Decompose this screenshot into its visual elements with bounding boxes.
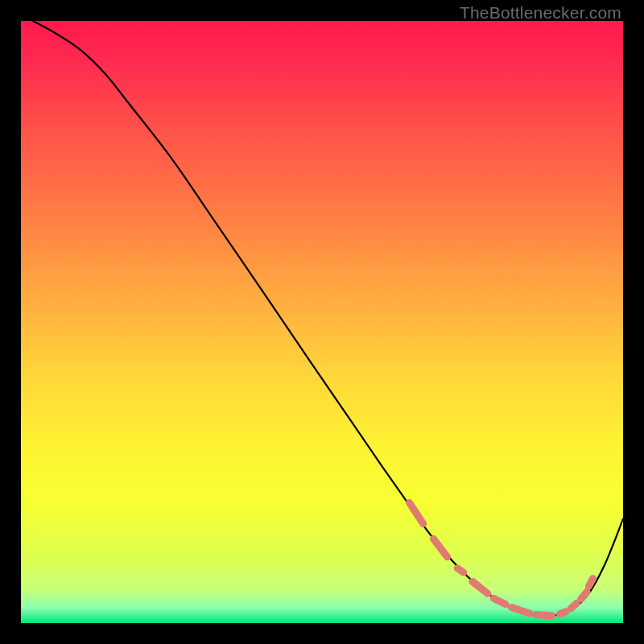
gradient-background xyxy=(21,21,623,623)
chart-frame xyxy=(21,21,623,623)
optimal-marker xyxy=(581,592,587,599)
optimal-marker xyxy=(536,615,552,616)
optimal-marker xyxy=(588,579,592,587)
optimal-marker xyxy=(559,612,565,614)
optimal-marker xyxy=(571,603,576,609)
optimal-marker xyxy=(457,568,463,572)
bottleneck-chart xyxy=(21,21,623,623)
watermark-text: TheBottlenecker.com xyxy=(460,3,621,23)
